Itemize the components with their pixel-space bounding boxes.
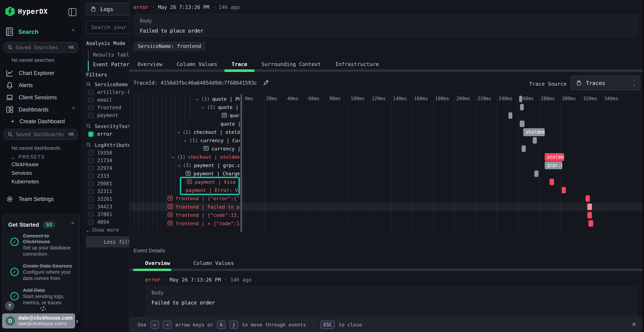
sidebar-item-client-sessions[interactable]: Client Sessions [0, 92, 82, 103]
keycap-←[interactable]: ← [150, 320, 159, 329]
checkbox-unchecked[interactable] [88, 173, 94, 179]
trace-source-select[interactable]: Traces ⌄⌄ [571, 76, 640, 90]
checkbox-unchecked[interactable] [88, 204, 94, 210]
presets-toggle[interactable]: ⌄ PRESETS [12, 154, 45, 160]
span-duration-bar[interactable] [522, 146, 526, 152]
span-duration-bar[interactable] [562, 187, 566, 193]
create-dashboard-button[interactable]: + Create Dashboard [0, 116, 82, 127]
get-started-item[interactable]: ✓Connect to ClickHouseSet up your databa… [10, 233, 75, 257]
keycap-→[interactable]: → [163, 320, 172, 329]
analysis-mode-event-patterns[interactable]: Event Patterns [93, 62, 135, 68]
span-duration-bar[interactable] [534, 170, 538, 177]
trace-span-row[interactable]: ⌄(3)payment | grpc.oteld…grpc.o [129, 161, 643, 170]
event-details-tab-column-values[interactable]: Column Values [194, 259, 234, 266]
get-started-item[interactable]: ✓Create Data SourcesConfigure where your… [10, 263, 75, 282]
trace-span-row[interactable]: frontend | {"error":{"code… [129, 194, 643, 203]
divider [129, 93, 643, 93]
saved-dashboards-input[interactable]: ⌘K [4, 129, 78, 140]
get-started-item[interactable]: ✓Add DataStart sending logs, metrics, or… [10, 288, 75, 306]
preset-item-kubernetes[interactable]: Kubernetes [12, 178, 39, 184]
span-duration-bar[interactable] [586, 195, 590, 202]
chevron-up-icon[interactable]: ⌄ [71, 223, 74, 227]
span-duration-bar[interactable] [587, 204, 592, 210]
span-duration-bar[interactable] [533, 137, 537, 144]
trace-span-row[interactable]: ⌄(1)quote | POST … [129, 95, 643, 103]
span-duration-bar[interactable] [550, 179, 554, 185]
checkbox-unchecked[interactable] [88, 196, 94, 202]
sidebar-item-team-settings[interactable]: Team Settings [0, 194, 82, 205]
search-section-header[interactable]: Search [5, 27, 38, 36]
close-icon[interactable]: × [632, 320, 636, 328]
child-count: (1) [201, 96, 210, 102]
trace-span-row[interactable]: ⌄(2)quote | {cl… [129, 103, 643, 111]
sidebar-item-alerts[interactable]: Alerts [0, 80, 82, 91]
checkbox-unchecked[interactable] [88, 181, 94, 186]
span-tree-cell: frontend | Failed to place… [132, 203, 240, 211]
event-details-tab-overview[interactable]: Overview [145, 259, 170, 266]
checkbox-unchecked[interactable] [88, 166, 94, 171]
edit-pencil-icon[interactable] [262, 80, 269, 86]
checkbox-checked[interactable]: ✓ [88, 132, 94, 137]
checkbox-unchecked[interactable] [88, 113, 94, 118]
span-duration-bar[interactable] [519, 96, 522, 102]
trace-span-row[interactable]: ⌄(1)checkout | oteldemo.Pa…oteldem [129, 153, 643, 161]
user-menu[interactable]: D dale@clickhouse.com dale@clickhouse.co… [2, 314, 75, 328]
trace-span-row[interactable]: quote | calc… [129, 120, 643, 128]
span-duration-bar[interactable] [588, 220, 593, 227]
preset-item-services[interactable]: Services [12, 170, 32, 176]
chevron-up-icon[interactable]: ⌄ [71, 30, 75, 34]
search-icon[interactable] [86, 142, 91, 148]
trace-span-row[interactable]: quote | C… [129, 112, 643, 120]
tab-trace[interactable]: Trace [232, 60, 247, 72]
checkbox-unchecked[interactable] [88, 90, 94, 95]
search-icon[interactable] [86, 82, 91, 87]
search-icon[interactable] [86, 124, 91, 129]
analysis-mode-results-table[interactable]: Results Table [93, 52, 132, 58]
expander-chevron-icon[interactable]: ⌄ [177, 161, 180, 168]
checkbox-unchecked[interactable] [88, 158, 94, 163]
separator: · [224, 277, 227, 283]
filter-option-label: 22974 [97, 165, 112, 171]
sidebar-collapse-icon[interactable] [68, 8, 76, 16]
trace-source-value: Traces [586, 80, 605, 86]
trace-span-row[interactable]: frontend | Failed to place… [129, 203, 643, 211]
span-duration-bar[interactable]: grpc.o [545, 161, 562, 169]
span-duration-bar[interactable] [520, 104, 524, 110]
service-name-chip[interactable]: ServiceName: frontend [134, 42, 205, 51]
checkbox-unchecked[interactable] [88, 212, 94, 217]
expander-chevron-icon[interactable]: ⌄ [196, 95, 199, 101]
preset-item-clickhouse[interactable]: ClickHouse [12, 161, 39, 168]
expander-chevron-icon[interactable]: ⌄ [202, 103, 205, 109]
keycap-esc[interactable]: ESC [320, 320, 335, 329]
help-button[interactable]: ? [5, 301, 14, 310]
expander-chevron-icon[interactable]: ⌄ [172, 153, 174, 159]
trace-span-row[interactable]: frontend | × {"code":13,"d… [129, 219, 643, 228]
trace-span-row[interactable]: ⌄(1)checkout | oteldemo.…oteldem [129, 128, 643, 136]
trace-span-row[interactable]: frontend | {"code":13,"det… [129, 211, 643, 219]
expander-chevron-icon[interactable]: ⌄ [177, 128, 180, 134]
check-circle-icon: ✓ [10, 238, 18, 246]
filter-option-label: 29081 [97, 181, 112, 186]
trace-span-row[interactable]: ⌄(1)currency | Currenc… [129, 136, 643, 144]
saved-dashboards-field[interactable] [16, 132, 66, 138]
trace-span-row[interactable]: currency | Conv… [129, 144, 643, 153]
tree-chart-resizer-handle[interactable] [240, 94, 242, 232]
checkbox-unchecked[interactable] [88, 150, 94, 156]
saved-searches-field[interactable] [16, 44, 66, 50]
span-duration-bar[interactable] [520, 120, 524, 127]
keycap-j[interactable]: j [230, 320, 238, 329]
keycap-k[interactable]: k [217, 320, 226, 329]
sidebar-item-dashboards[interactable]: Dashboards⌄ [0, 104, 82, 115]
span-duration-bar[interactable] [508, 112, 512, 119]
span-duration-bar[interactable]: oteldem [523, 128, 545, 136]
checkbox-unchecked[interactable] [88, 189, 94, 194]
checkbox-unchecked[interactable] [88, 97, 94, 103]
checkbox-unchecked[interactable] [88, 105, 94, 110]
expander-chevron-icon[interactable]: ⌄ [184, 136, 187, 142]
checkbox-unchecked[interactable] [88, 220, 94, 225]
sidebar-item-chart-explorer[interactable]: Chart Explorer [0, 68, 82, 79]
trace-span-row[interactable]: payment | Charge … [129, 170, 643, 178]
span-duration-bar[interactable] [587, 212, 592, 218]
span-duration-bar[interactable]: oteldem [545, 153, 564, 161]
saved-searches-input[interactable]: ⌘K [4, 42, 78, 53]
